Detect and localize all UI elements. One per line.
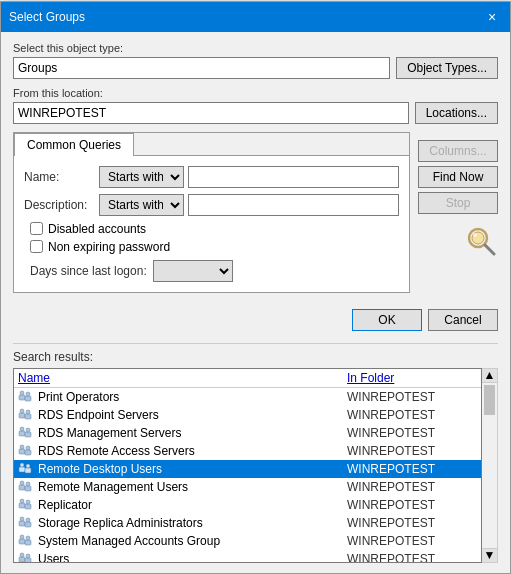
location-input[interactable] bbox=[13, 102, 409, 124]
non-expiring-row: Non expiring password bbox=[30, 240, 399, 254]
name-value-input[interactable] bbox=[188, 166, 399, 188]
result-name: Users bbox=[38, 552, 347, 563]
result-name: Replicator bbox=[38, 498, 347, 512]
table-row[interactable]: ReplicatorWINREPOTEST bbox=[14, 496, 481, 514]
group-icon bbox=[18, 389, 34, 405]
close-button[interactable]: × bbox=[482, 7, 502, 27]
svg-point-5 bbox=[20, 391, 24, 395]
result-name: RDS Remote Access Servers bbox=[38, 444, 347, 458]
table-row[interactable]: UsersWINREPOTEST bbox=[14, 550, 481, 563]
result-name: Storage Replica Administrators bbox=[38, 516, 347, 530]
disabled-accounts-checkbox[interactable] bbox=[30, 222, 43, 235]
group-icon bbox=[18, 551, 34, 563]
divider bbox=[13, 343, 498, 344]
result-name: Remote Desktop Users bbox=[38, 462, 347, 476]
svg-point-37 bbox=[20, 535, 24, 539]
svg-rect-34 bbox=[25, 522, 31, 527]
table-row[interactable]: System Managed Accounts GroupWINREPOTEST bbox=[14, 532, 481, 550]
name-operator-select[interactable]: Starts with Is exactly bbox=[99, 166, 184, 188]
ok-button[interactable]: OK bbox=[352, 309, 422, 331]
svg-rect-8 bbox=[19, 413, 25, 418]
results-header: Name In Folder bbox=[14, 369, 481, 388]
search-icon-area bbox=[418, 218, 498, 258]
svg-point-33 bbox=[20, 517, 24, 521]
non-expiring-checkbox[interactable] bbox=[30, 240, 43, 253]
name-row: Name: Starts with Is exactly bbox=[24, 166, 399, 188]
svg-point-3 bbox=[473, 233, 477, 237]
scroll-down-button[interactable]: ▼ bbox=[482, 548, 497, 562]
location-label: From this location: bbox=[13, 87, 498, 99]
results-wrapper: Name In Folder Print OperatorsWINREPOTES… bbox=[13, 368, 498, 563]
scroll-thumb[interactable] bbox=[484, 385, 495, 415]
results-container[interactable]: Name In Folder Print OperatorsWINREPOTES… bbox=[13, 368, 482, 563]
svg-rect-22 bbox=[25, 468, 31, 473]
svg-point-19 bbox=[26, 446, 30, 450]
group-icon bbox=[18, 407, 34, 423]
days-select[interactable]: 30 60 90 bbox=[153, 260, 233, 282]
find-now-button[interactable]: Find Now bbox=[418, 166, 498, 188]
svg-point-15 bbox=[26, 428, 30, 432]
svg-point-41 bbox=[20, 553, 24, 557]
object-types-button[interactable]: Object Types... bbox=[396, 57, 498, 79]
name-label: Name: bbox=[24, 170, 99, 184]
svg-rect-18 bbox=[25, 450, 31, 455]
group-icon bbox=[18, 497, 34, 513]
result-folder: WINREPOTEST bbox=[347, 534, 477, 548]
svg-point-11 bbox=[26, 410, 30, 414]
result-folder: WINREPOTEST bbox=[347, 480, 477, 494]
table-row[interactable]: Remote Management UsersWINREPOTEST bbox=[14, 478, 481, 496]
results-col-name[interactable]: Name bbox=[18, 371, 347, 385]
svg-rect-24 bbox=[19, 485, 25, 490]
svg-rect-40 bbox=[19, 557, 25, 562]
scrollbar[interactable]: ▲ ▼ bbox=[482, 368, 498, 563]
svg-rect-28 bbox=[19, 503, 25, 508]
description-label: Description: bbox=[24, 198, 99, 212]
svg-point-13 bbox=[20, 427, 24, 431]
days-label: Days since last logon: bbox=[30, 264, 147, 278]
description-row: Description: Starts with Is exactly bbox=[24, 194, 399, 216]
svg-rect-14 bbox=[25, 432, 31, 437]
table-row[interactable]: RDS Endpoint ServersWINREPOTEST bbox=[14, 406, 481, 424]
svg-point-9 bbox=[20, 409, 24, 413]
svg-point-27 bbox=[26, 482, 30, 486]
columns-button[interactable]: Columns... bbox=[418, 140, 498, 162]
result-name: Remote Management Users bbox=[38, 480, 347, 494]
description-operator-select[interactable]: Starts with Is exactly bbox=[99, 194, 184, 216]
cancel-button[interactable]: Cancel bbox=[428, 309, 498, 331]
query-area: Common Queries Name: Starts with Is exac… bbox=[13, 132, 498, 303]
title-bar: Select Groups × bbox=[1, 2, 510, 32]
locations-button[interactable]: Locations... bbox=[415, 102, 498, 124]
group-icon bbox=[18, 515, 34, 531]
dialog-title: Select Groups bbox=[9, 10, 85, 24]
description-value-input[interactable] bbox=[188, 194, 399, 216]
svg-rect-6 bbox=[25, 396, 31, 401]
svg-rect-36 bbox=[19, 539, 25, 544]
scroll-up-button[interactable]: ▲ bbox=[482, 369, 497, 383]
table-row[interactable]: Print OperatorsWINREPOTEST bbox=[14, 388, 481, 406]
svg-point-31 bbox=[26, 500, 30, 504]
result-name: System Managed Accounts Group bbox=[38, 534, 347, 548]
scroll-track bbox=[482, 383, 497, 548]
table-row[interactable]: Remote Desktop UsersWINREPOTEST bbox=[14, 460, 481, 478]
select-groups-dialog: Select Groups × Select this object type:… bbox=[0, 1, 511, 574]
result-folder: WINREPOTEST bbox=[347, 462, 477, 476]
tab-panel: Common Queries Name: Starts with Is exac… bbox=[13, 132, 410, 293]
result-folder: WINREPOTEST bbox=[347, 498, 477, 512]
result-name: RDS Endpoint Servers bbox=[38, 408, 347, 422]
object-type-row: Object Types... bbox=[13, 57, 498, 79]
tab-common-queries[interactable]: Common Queries bbox=[14, 133, 134, 156]
result-folder: WINREPOTEST bbox=[347, 426, 477, 440]
table-row[interactable]: RDS Remote Access ServersWINREPOTEST bbox=[14, 442, 481, 460]
svg-rect-4 bbox=[19, 395, 25, 400]
svg-point-35 bbox=[26, 518, 30, 522]
results-col-folder[interactable]: In Folder bbox=[347, 371, 477, 385]
non-expiring-label: Non expiring password bbox=[48, 240, 170, 254]
right-buttons: Columns... Find Now Stop bbox=[410, 132, 498, 303]
svg-point-21 bbox=[20, 463, 24, 467]
table-row[interactable]: Storage Replica AdministratorsWINREPOTES… bbox=[14, 514, 481, 532]
table-row[interactable]: RDS Management ServersWINREPOTEST bbox=[14, 424, 481, 442]
stop-button[interactable]: Stop bbox=[418, 192, 498, 214]
object-type-input[interactable] bbox=[13, 57, 390, 79]
dialog-body: Select this object type: Object Types...… bbox=[1, 32, 510, 573]
object-type-label: Select this object type: bbox=[13, 42, 498, 54]
